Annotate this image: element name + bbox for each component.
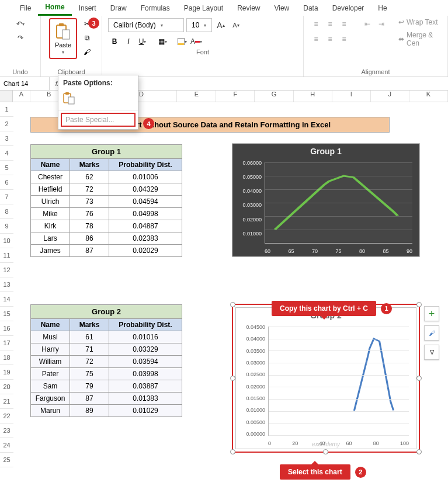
cell[interactable]: 86 [70,232,109,245]
row-10[interactable]: 10 [0,234,13,248]
italic-button[interactable]: I [122,36,135,47]
cell[interactable]: Chester [31,171,70,183]
cell[interactable]: 0.01383 [109,393,182,405]
align-left-button[interactable]: ≡ [310,33,322,45]
chart-group2[interactable]: Group 2 0.045000.040000.035000.030000.02… [235,307,416,449]
col-H[interactable]: H [294,91,332,102]
cell[interactable]: 73 [70,196,109,208]
font-name-select[interactable]: Calibri (Body)▾ [108,18,184,32]
redo-button[interactable]: ↷ [14,32,27,44]
row-22[interactable]: 22 [0,409,13,423]
cell[interactable]: 0.01006 [109,171,182,183]
cell[interactable]: 87 [70,393,109,405]
col-J[interactable]: J [371,91,409,102]
tab-formulas[interactable]: Formulas [134,0,177,16]
row-18[interactable]: 18 [0,350,13,365]
paste-button[interactable]: Paste ▾ [49,18,77,59]
tab-data[interactable]: Data [296,0,325,16]
decrease-font-button[interactable]: A▾ [230,19,242,31]
col-I[interactable]: I [332,91,371,102]
cell[interactable]: Musi [31,331,70,343]
cell[interactable]: 0.02029 [109,245,182,257]
align-top-button[interactable]: ≡ [310,18,322,30]
cell[interactable]: Sam [31,380,70,393]
merge-center-button[interactable]: ⬌Merge & Cen [398,31,442,47]
increase-font-button[interactable]: A▴ [214,19,227,31]
name-box[interactable]: Chart 14 [0,77,50,90]
cell[interactable]: Ulrich [31,196,70,208]
cell[interactable]: 71 [70,343,109,356]
cell[interactable]: 0.03887 [109,380,182,393]
cell[interactable]: 0.04594 [109,196,182,208]
col-F[interactable]: F [216,91,255,102]
tab-insert[interactable]: Insert [72,0,103,16]
cell[interactable]: 0.01016 [109,331,182,343]
cell[interactable]: 89 [70,405,109,417]
row-3[interactable]: 3 [0,131,13,146]
col-G[interactable]: G [255,91,293,102]
tab-view[interactable]: View [267,0,296,16]
chart-group1[interactable]: Group 1 0.060000.050000.040000.030000.02… [232,143,420,257]
col-A[interactable]: A [13,91,30,102]
row-12[interactable]: 12 [0,263,13,277]
sheet-canvas[interactable]: Copying Chart without Source Data and Re… [13,102,448,470]
chart-group2-selection[interactable]: Group 2 0.045000.040000.035000.030000.02… [232,304,420,453]
row-16[interactable]: 16 [0,321,13,336]
cell[interactable]: 87 [70,245,109,257]
undo-button[interactable]: ↶ ▾ [14,18,27,30]
row-1[interactable]: 1 [0,102,13,117]
cell[interactable]: 0.03594 [109,356,182,368]
row-4[interactable]: 4 [0,146,13,161]
cell[interactable]: 0.04998 [109,208,182,220]
align-right-button[interactable]: ≡ [338,33,350,45]
cell[interactable]: Lars [31,232,70,245]
bold-button[interactable]: B [108,36,121,47]
tab-draw[interactable]: Draw [103,0,134,16]
cell[interactable]: 72 [70,356,109,368]
cell[interactable]: 0.02383 [109,232,182,245]
row-13[interactable]: 13 [0,277,13,292]
cell[interactable]: Farguson [31,393,70,405]
row-17[interactable]: 17 [0,336,13,350]
cell[interactable]: 75 [70,368,109,380]
row-5[interactable]: 5 [0,161,13,175]
underline-button[interactable]: U▾ [136,36,149,47]
row-23[interactable]: 23 [0,423,13,438]
cell[interactable]: Kirk [31,220,70,232]
cell[interactable]: Mike [31,208,70,220]
row-8[interactable]: 8 [0,204,13,219]
cell[interactable]: James [31,245,70,257]
cell[interactable]: 78 [70,220,109,232]
wrap-text-button[interactable]: ↩Wrap Text [398,18,442,26]
cell[interactable]: William [31,356,70,368]
tab-home[interactable]: Home [38,0,71,16]
row-19[interactable]: 19 [0,365,13,380]
cell[interactable]: 0.04887 [109,220,182,232]
cell[interactable]: 0.01029 [109,405,182,417]
cell[interactable]: Hetfield [31,183,70,196]
align-bottom-button[interactable]: ≡ [338,18,350,30]
row-7[interactable]: 7 [0,190,13,204]
paste-special-option[interactable]: Paste Special... [61,113,136,127]
row-24[interactable]: 24 [0,438,13,453]
cell[interactable]: 72 [70,183,109,196]
align-center-button[interactable]: ≡ [324,33,336,45]
copy-button[interactable]: ⧉ [81,32,93,44]
col-K[interactable]: K [409,91,448,102]
row-25[interactable]: 25 [0,453,13,467]
tab-developer[interactable]: Developer [325,0,371,16]
tab-pagelayout[interactable]: Page Layout [177,0,230,16]
row-15[interactable]: 15 [0,307,13,321]
tab-review[interactable]: Review [230,0,267,16]
tab-help[interactable]: He [371,0,394,16]
cell[interactable]: 0.04329 [109,183,182,196]
align-middle-button[interactable]: ≡ [324,18,336,30]
row-9[interactable]: 9 [0,219,13,234]
format-painter-button[interactable]: 🖌 [81,46,93,58]
row-20[interactable]: 20 [0,380,13,394]
cell[interactable]: Pater [31,368,70,380]
increase-indent-button[interactable]: ⇥ [375,18,388,30]
row-11[interactable]: 11 [0,248,13,263]
row-2[interactable]: 2 [0,117,13,131]
chart-filters-button[interactable]: ∇ [424,345,439,360]
